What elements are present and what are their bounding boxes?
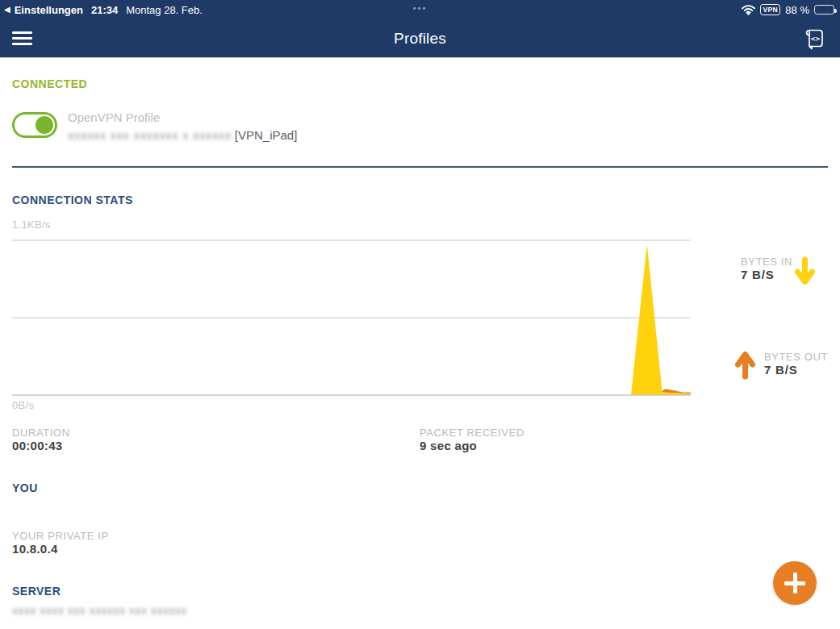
log-file-icon[interactable]: <> — [803, 27, 825, 51]
bytes-in-stat: BYTES IN 7 B/S — [741, 256, 792, 281]
you-section-header: YOU — [12, 481, 38, 494]
profile-name-suffix: [VPN_iPad] — [232, 128, 298, 142]
section-divider — [12, 166, 828, 168]
server-name: xxxx xxxx xxx xxxxxx xxx xxxxxx — [12, 604, 187, 617]
bytes-in-value: 7 B/S — [741, 268, 792, 281]
private-ip-label: YOUR PRIVATE IP — [12, 530, 109, 542]
server-name-redacted: xxxx xxxx xxx xxxxxx xxx xxxxxx — [12, 604, 187, 617]
openvpn-profiles-screen: ◀ Einstellungen 21:34 Montag 28. Feb. ••… — [0, 0, 840, 629]
duration-label: DURATION — [12, 427, 70, 439]
svg-text:<>: <> — [811, 34, 821, 43]
plus-icon — [773, 561, 817, 605]
vpn-status-badge: VPN — [760, 4, 780, 15]
bytes-out-up-arrow-icon — [734, 350, 756, 380]
multitasking-dots-handle[interactable]: ••• — [0, 3, 840, 13]
server-section-header: SERVER — [12, 585, 61, 598]
bytes-in-down-arrow-icon — [794, 256, 816, 286]
packet-received-stat: PACKET RECEIVED 9 sec ago — [420, 427, 524, 452]
bytes-out-label: BYTES OUT — [764, 351, 828, 363]
duration-value: 00:00:43 — [12, 439, 70, 452]
packet-received-label: PACKET RECEIVED — [420, 427, 524, 439]
packet-received-value: 9 sec ago — [420, 439, 524, 452]
wifi-icon — [742, 5, 755, 15]
bytes-out-value: 7 B/S — [764, 363, 828, 377]
profile-type-label[interactable]: OpenVPN Profile — [68, 110, 160, 124]
private-ip-value: 10.8.0.4 — [12, 542, 109, 556]
connected-section-header: CONNECTED — [12, 77, 87, 90]
battery-percent: 88 % — [785, 4, 809, 16]
connection-stats-section-header: CONNECTION STATS — [12, 194, 133, 206]
add-profile-fab[interactable] — [773, 561, 817, 605]
status-bar-right: VPN 88 % — [742, 0, 834, 19]
nav-bar: Profiles <> — [0, 19, 840, 58]
battery-icon — [814, 5, 834, 15]
bytes-out-stat: BYTES OUT 7 B/S — [764, 351, 828, 377]
profile-name[interactable]: xxxxxx xxx xxxxxxx x xxxxxx [VPN_iPad] — [68, 128, 297, 142]
page-title: Profiles — [0, 19, 840, 58]
chart-ymin-label: 0B/s — [12, 399, 34, 411]
status-bar: ◀ Einstellungen 21:34 Montag 28. Feb. ••… — [0, 0, 840, 19]
chart-ymax-label: 1.1KB/s — [12, 219, 51, 231]
toggle-knob — [36, 116, 53, 134]
profile-name-redacted: xxxxxx xxx xxxxxxx x xxxxxx — [68, 128, 232, 142]
bytes-in-label: BYTES IN — [741, 256, 792, 268]
duration-stat: DURATION 00:00:43 — [12, 427, 70, 452]
traffic-chart — [12, 240, 691, 396]
profile-connect-toggle[interactable] — [12, 112, 57, 138]
private-ip-stat: YOUR PRIVATE IP 10.8.0.4 — [12, 530, 109, 556]
